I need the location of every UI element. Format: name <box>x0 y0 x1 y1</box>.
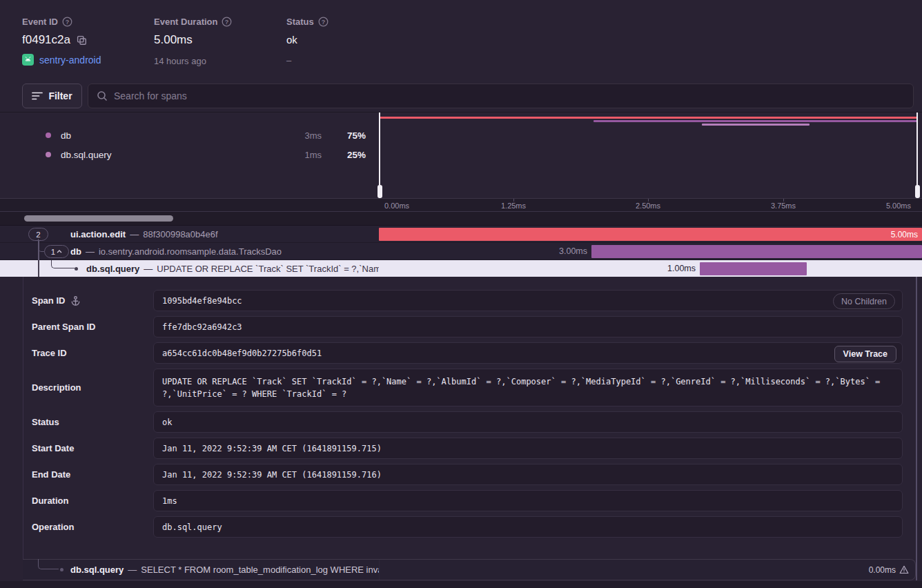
field-label: Parent Span ID <box>32 322 95 332</box>
view-trace-button[interactable]: View Trace <box>834 346 896 362</box>
op-name: db.sql.query <box>61 150 304 160</box>
separator: — <box>86 246 95 257</box>
span-row[interactable]: db.sql.query — SELECT * FROM room_table_… <box>23 559 916 580</box>
field-label: Trace ID <box>32 348 67 358</box>
event-id-value: f0491c2a <box>22 33 70 47</box>
field-value: 1095bd4ef8e94bcc <box>162 296 242 306</box>
status-value: ok <box>286 34 328 46</box>
warning-icon <box>899 565 909 574</box>
field-label: Span ID <box>32 295 65 306</box>
svg-text:?: ? <box>66 19 70 26</box>
span-row[interactable]: 2 ui.action.edit — 88f300998a0b4e6f 5.00… <box>0 226 922 243</box>
time-axis: 0.00ms 1.25ms 2.50ms 3.75ms 5.00ms <box>0 198 922 212</box>
trace-minimap[interactable] <box>379 112 918 198</box>
panel-divider <box>379 560 380 580</box>
span-summary: db 3ms 75% db.sql.query 1ms 25% <box>21 126 366 164</box>
field-label: Operation <box>32 522 74 532</box>
field-label: Start Date <box>32 443 74 453</box>
span-duration: 1.00ms <box>667 262 696 275</box>
span-row-selected[interactable]: db.sql.query — UPDATE OR REPLACE `Track`… <box>0 260 922 277</box>
field-label: Duration <box>32 496 68 506</box>
status-subtext: – <box>286 55 328 66</box>
axis-tick-label: 5.00ms <box>886 202 911 210</box>
minimap-span-bar <box>594 120 918 122</box>
expand-badge[interactable]: 1 <box>44 245 69 258</box>
separator: — <box>128 565 137 575</box>
field-value: Jan 11, 2022 9:52:39 AM CET (1641891159.… <box>162 444 382 453</box>
span-description: UPDATE OR REPLACE `Track` SET `TrackId` … <box>157 264 379 274</box>
span-description: io.sentry.android.roomsample.data.Tracks… <box>99 246 282 257</box>
event-duration-value: 5.00ms <box>154 33 232 47</box>
field-value: 1ms <box>162 496 177 506</box>
horizontal-scrollbar-thumb[interactable] <box>24 215 173 222</box>
help-icon[interactable]: ? <box>318 17 328 27</box>
minimap-left-grip[interactable] <box>377 185 382 198</box>
field-label: Description <box>32 382 81 393</box>
span-duration: 5.00ms <box>891 230 922 239</box>
vertical-scrollbar[interactable] <box>916 277 917 580</box>
minimap-span-bar <box>702 124 810 126</box>
anchor-icon[interactable] <box>70 295 81 306</box>
event-duration-block: Event Duration ? 5.00ms 14 hours ago <box>154 17 232 66</box>
search-icon <box>97 90 108 101</box>
page-footer-strip <box>0 581 922 588</box>
tree-connector <box>38 559 59 569</box>
chevron-up-icon <box>57 250 62 253</box>
filter-button[interactable]: Filter <box>22 84 82 108</box>
copy-icon[interactable] <box>77 35 87 46</box>
axis-tick-label: 0.00ms <box>384 202 409 210</box>
help-icon[interactable]: ? <box>62 17 72 27</box>
horizontal-scrollbar <box>0 212 922 226</box>
tree-node-dot <box>75 267 78 271</box>
span-op: ui.action.edit <box>70 229 126 239</box>
separator: — <box>130 229 139 239</box>
op-duration: 1ms <box>304 150 322 160</box>
span-duration: 0.00ms <box>869 565 896 575</box>
span-description: 88f300998a0b4e6f <box>143 229 217 239</box>
tree-line <box>38 260 39 277</box>
tree-node-dot <box>60 568 63 571</box>
span-duration-bar[interactable]: 5.00ms <box>379 228 922 241</box>
op-percent: 25% <box>334 150 366 160</box>
field-value: a654cc61dc0b48ef9d0b27275b6f0d51 <box>162 349 322 358</box>
svg-text:?: ? <box>321 19 325 26</box>
op-duration: 3ms <box>304 130 322 141</box>
span-summary-row[interactable]: db 3ms 75% <box>21 126 366 145</box>
span-row[interactable]: 1 db — io.sentry.android.roomsample.data… <box>0 243 922 260</box>
separator: — <box>144 264 153 274</box>
help-icon[interactable]: ? <box>222 17 232 27</box>
op-color-dot <box>46 133 51 138</box>
field-value: ffe7dbc92a6942c3 <box>162 322 242 332</box>
span-search <box>88 84 914 108</box>
field-value: UPDATE OR REPLACE `Track` SET `TrackId` … <box>162 375 894 400</box>
span-op: db <box>70 246 81 257</box>
axis-tick-label: 3.75ms <box>771 202 796 210</box>
op-color-dot <box>46 152 51 157</box>
tree-connector <box>38 239 44 252</box>
field-value: Jan 11, 2022 9:52:39 AM CET (1641891159.… <box>162 470 382 480</box>
span-duration: 3.00ms <box>559 245 587 258</box>
span-duration-bar[interactable] <box>700 262 807 275</box>
minimap-right-grip[interactable] <box>915 185 920 198</box>
field-value: ok <box>162 418 172 427</box>
span-op: db.sql.query <box>86 264 139 274</box>
span-search-input[interactable] <box>114 90 905 101</box>
event-duration-age: 14 hours ago <box>154 56 232 66</box>
axis-tick-label: 1.25ms <box>501 202 526 210</box>
minimap-span-bar <box>379 117 918 119</box>
event-duration-label: Event Duration <box>154 17 217 27</box>
no-children-badge: No Children <box>833 293 895 309</box>
field-label: End Date <box>32 469 70 480</box>
span-description: SELECT * FROM room_table_modification_lo… <box>141 565 379 575</box>
span-summary-row[interactable]: db.sql.query 1ms 25% <box>21 145 366 164</box>
android-icon <box>22 54 34 66</box>
span-duration-bar[interactable] <box>591 245 922 258</box>
status-label: Status <box>286 17 314 27</box>
op-name: db <box>61 130 304 141</box>
filter-icon <box>32 91 43 101</box>
project-link[interactable]: sentry-android <box>39 55 101 66</box>
span-op: db.sql.query <box>70 565 124 575</box>
svg-text:?: ? <box>225 19 229 26</box>
field-label: Status <box>32 417 59 427</box>
event-id-label: Event ID <box>22 17 58 27</box>
